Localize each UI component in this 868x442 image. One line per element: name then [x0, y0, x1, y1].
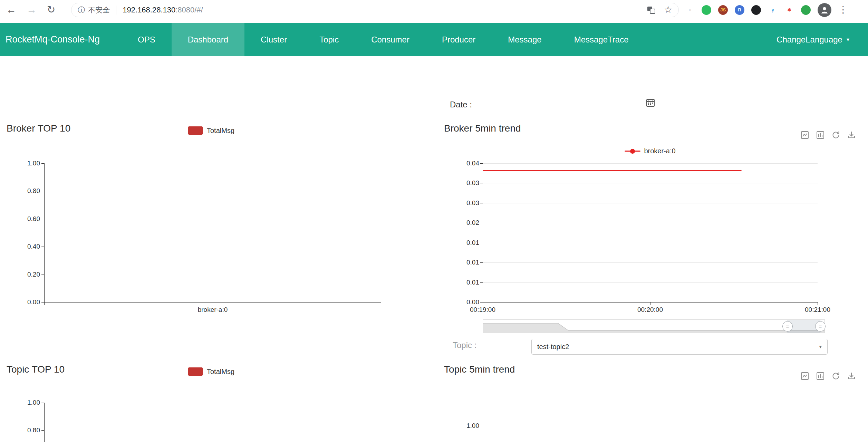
dark-extension-icon[interactable]: [751, 5, 761, 15]
broker-top10-title: Broker TOP 10: [7, 123, 70, 134]
js-extension-icon[interactable]: JS: [718, 5, 728, 15]
tick-mark: [41, 403, 44, 403]
topic-select-value: test-topic2: [537, 343, 569, 351]
topic-top10-legend[interactable]: TotalMsg: [188, 367, 234, 376]
nav-item-cluster[interactable]: Cluster: [244, 23, 303, 56]
tick-label: 00:21:00: [797, 306, 838, 314]
back-button[interactable]: ←: [6, 5, 16, 15]
topic-trend-title: Topic 5min trend: [444, 364, 515, 375]
bookmark-star-icon[interactable]: ☆: [664, 5, 672, 15]
nav-item-producer[interactable]: Producer: [426, 23, 492, 56]
gray-ring-extension-icon[interactable]: ○: [685, 5, 695, 15]
legend-dot: [630, 149, 635, 154]
url-host: 192.168.28.130: [123, 6, 175, 14]
legend-line-marker: [625, 151, 640, 152]
colorful-asterisk-extension-icon[interactable]: ✱: [784, 5, 794, 15]
tick-mark: [41, 219, 44, 219]
evernote-extension-icon[interactable]: [702, 5, 711, 15]
tick-mark: [480, 282, 483, 283]
green-circle-extension-icon[interactable]: [801, 5, 811, 15]
extension-icons: ○JSRy✱: [685, 5, 811, 15]
address-bar[interactable]: ⓘ 不安全 192.168.28.130:8080/#/ ☆: [71, 3, 679, 17]
tick-label: 0.01: [447, 259, 479, 266]
caret-down-icon: ▾: [847, 36, 849, 43]
r-extension-icon[interactable]: R: [735, 5, 744, 15]
topic-top10-y-ticks: [41, 403, 44, 431]
tick-mark: [480, 223, 483, 223]
legend-label: broker-a:0: [644, 147, 675, 155]
nav-item-topic[interactable]: Topic: [303, 23, 355, 56]
tick-mark: [480, 163, 483, 164]
caret-down-icon: ▾: [819, 344, 822, 350]
tick-label: 0.01: [447, 239, 479, 247]
nav-item-message[interactable]: Message: [492, 23, 558, 56]
page-info-icon[interactable]: ⓘ: [78, 5, 85, 15]
tick-label: 1.00: [8, 160, 40, 167]
topic-top10-y-labels: 1.000.80: [8, 399, 40, 434]
broker-top10-category-label: broker-a:0: [44, 306, 381, 314]
magic-type-line-icon[interactable]: [800, 372, 809, 381]
browser-menu-icon[interactable]: ⋮: [838, 5, 848, 15]
tick-label: 0.00: [447, 298, 479, 306]
broker-trend-gridlines: [483, 163, 818, 302]
change-language-button[interactable]: ChangeLanguage ▾: [777, 23, 849, 56]
tick-label: 0.03: [447, 179, 479, 187]
browser-extensions-area: ○JSRy✱ ⋮: [685, 3, 848, 17]
broker-top10-y-axis: [44, 163, 45, 302]
broker-trend-y-ticks: [480, 163, 483, 302]
url-text[interactable]: 192.168.28.130:8080/#/: [123, 6, 203, 15]
xtick-mark: [818, 302, 818, 305]
tick-label: 0.03: [447, 199, 479, 207]
topic-trend-y-tick: [480, 426, 483, 426]
broker-trend-toolbox: [800, 131, 856, 140]
forward-button[interactable]: →: [27, 5, 37, 15]
security-label: 不安全: [88, 5, 110, 15]
tick-label: 00:19:00: [462, 306, 503, 314]
datazoom-left-handle[interactable]: =: [782, 321, 793, 332]
avatar[interactable]: [818, 3, 831, 17]
tick-mark: [41, 163, 44, 164]
save-image-icon[interactable]: [847, 131, 856, 140]
tick-label: 0.20: [8, 271, 40, 278]
nav-item-messagetrace[interactable]: MessageTrace: [558, 23, 645, 56]
calendar-icon[interactable]: [646, 98, 655, 109]
xtick-mark: [483, 302, 483, 305]
tick-label: 0.80: [8, 426, 40, 434]
magic-type-line-icon[interactable]: [800, 131, 809, 140]
gridline: [483, 163, 818, 164]
tick-label: 1.00: [8, 399, 40, 406]
datazoom-right-handle[interactable]: =: [815, 321, 826, 332]
refresh-button[interactable]: ↻: [47, 5, 55, 15]
tick-label: 0.04: [447, 160, 479, 167]
tick-label: 0.60: [8, 215, 40, 223]
broker-trend-title: Broker 5min trend: [444, 123, 521, 134]
translate-icon[interactable]: [647, 6, 656, 15]
topic-select[interactable]: test-topic2 ▾: [531, 339, 828, 355]
gridline: [483, 262, 818, 263]
broker-top10-legend[interactable]: TotalMsg: [188, 126, 234, 135]
nav-item-consumer[interactable]: Consumer: [355, 23, 426, 56]
gridline: [483, 223, 818, 223]
magic-type-bar-icon[interactable]: [816, 131, 825, 140]
restore-icon[interactable]: [831, 372, 840, 381]
url-divider: [116, 6, 116, 15]
tick-label: 0.02: [447, 219, 479, 227]
nav-item-ops[interactable]: OPS: [122, 23, 172, 56]
gridline: [483, 282, 818, 283]
tick-mark: [480, 203, 483, 203]
tick-mark: [480, 243, 483, 243]
tick-mark: [480, 302, 483, 302]
broker-trend-y-axis: [483, 163, 483, 302]
datazoom-slider[interactable]: = =: [483, 319, 825, 333]
legend-label: TotalMsg: [207, 127, 234, 135]
broker-trend-legend[interactable]: broker-a:0: [483, 147, 818, 155]
topic-label: Topic :: [453, 340, 476, 350]
save-image-icon[interactable]: [847, 372, 856, 381]
magic-type-bar-icon[interactable]: [816, 372, 825, 381]
xtick-mark: [381, 302, 381, 305]
date-input[interactable]: [525, 101, 637, 111]
nav-item-dashboard[interactable]: Dashboard: [172, 23, 244, 56]
brand-link[interactable]: RocketMq-Console-Ng: [6, 23, 100, 56]
restore-icon[interactable]: [831, 131, 840, 140]
blue-swoosh-extension-icon[interactable]: y: [768, 5, 778, 15]
